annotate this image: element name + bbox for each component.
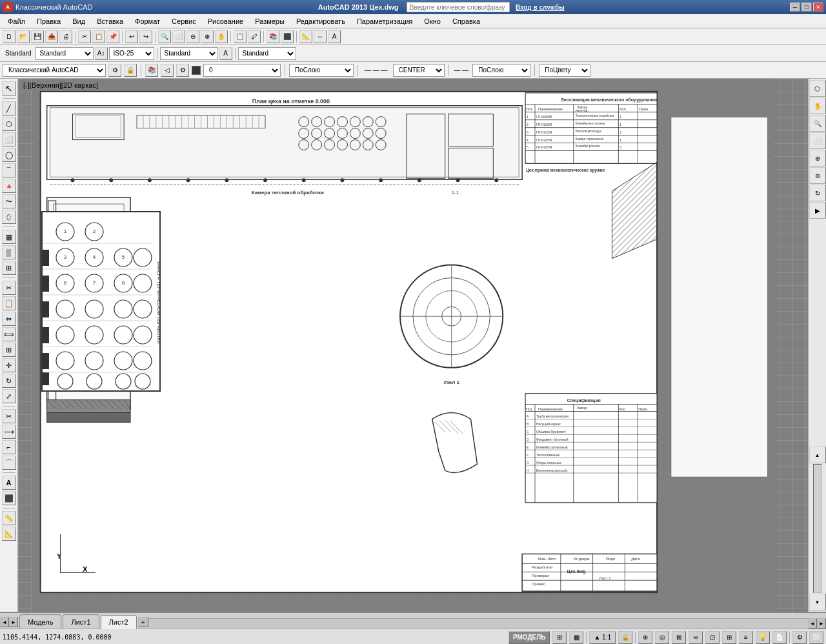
zoom-prev-r-btn[interactable]: ⊖ — [809, 167, 826, 184]
copy-obj-btn[interactable]: 📋 — [2, 296, 16, 310]
snap-toggle-btn[interactable]: ⊞ — [552, 631, 567, 644]
lock-btn[interactable]: 🔒 — [618, 631, 632, 644]
menu-parametric[interactable]: Параметризация — [352, 16, 418, 26]
scroll-down-btn[interactable]: ▼ — [809, 594, 826, 610]
rotate-btn[interactable]: ↻ — [2, 374, 16, 388]
polyline-btn[interactable]: ⬡ — [2, 117, 16, 131]
properties-btn[interactable]: 📋 — [234, 30, 247, 43]
pan-realtime-btn[interactable]: ✋ — [809, 97, 826, 114]
ortho-btn[interactable]: ⊕ — [638, 631, 652, 644]
showmotion-btn[interactable]: ▶ — [809, 202, 826, 219]
menu-view[interactable]: Вид — [67, 16, 90, 26]
layer-prev-btn[interactable]: ◁ — [161, 64, 174, 77]
ducs-btn[interactable]: ⊡ — [705, 631, 720, 644]
style2-btn[interactable]: A — [219, 47, 232, 60]
workspace-lock-btn[interactable]: 🔒 — [124, 64, 137, 77]
scroll-right-btn[interactable]: ► — [9, 617, 18, 627]
scroll-left-btn[interactable]: ◄ — [0, 617, 9, 627]
paper-model-btn[interactable]: 📄 — [772, 631, 787, 644]
hatch-btn[interactable]: ▦ — [2, 230, 16, 244]
menu-help[interactable]: Справка — [447, 16, 485, 26]
array-btn[interactable]: ⊞ — [2, 343, 16, 357]
close-button[interactable]: ✕ — [813, 3, 823, 12]
mirror-btn[interactable]: ⇔ — [2, 312, 16, 326]
standard-dropdown[interactable]: Standard — [238, 47, 296, 60]
minimize-button[interactable]: ─ — [790, 3, 800, 12]
insert-block-btn[interactable]: ⬛ — [2, 491, 16, 505]
canvas-area[interactable]: [-][Верхняя][2D каркас] 3 B Верх — [18, 79, 808, 612]
polygon-btn[interactable]: 🔺 — [2, 179, 16, 193]
zoom-prev-btn[interactable]: ⊖ — [186, 30, 199, 43]
grid-toggle-btn[interactable]: ▦ — [569, 631, 583, 644]
linetype-center-dropdown[interactable]: CENTER — [393, 64, 445, 77]
matchprop-btn[interactable]: 🖊 — [248, 30, 261, 43]
measure-btn[interactable]: 📐 — [299, 30, 312, 43]
app-icon[interactable]: A — [3, 2, 13, 12]
scale-btn[interactable]: ⤢ — [2, 389, 16, 403]
scroll-bottom-left[interactable]: ◄ — [808, 618, 817, 629]
tab-sheet2[interactable]: Лист2 — [101, 615, 137, 629]
lineweight-btn[interactable]: ≡ — [739, 631, 753, 644]
menu-dimensions[interactable]: Размеры — [250, 16, 290, 26]
move-btn[interactable]: ✛ — [2, 358, 16, 372]
gradient-btn[interactable]: ▒ — [2, 245, 16, 259]
menu-file[interactable]: Файл — [3, 16, 30, 26]
workspace-switch-btn[interactable]: ⚙ — [792, 631, 807, 644]
menu-edit[interactable]: Правка — [32, 16, 66, 26]
extend-btn[interactable]: ⟶ — [2, 425, 16, 439]
measure-dist-btn[interactable]: 📏 — [2, 511, 16, 525]
chamfer-btn[interactable]: ⌒ — [2, 456, 16, 470]
maximize-button[interactable]: □ — [801, 3, 812, 12]
ellipse-btn[interactable]: ⬯ — [2, 210, 16, 224]
bottom-scrollbar[interactable] — [148, 618, 808, 629]
spline-btn[interactable]: 〜 — [2, 194, 16, 208]
layer-state-btn[interactable]: ⚙ — [176, 64, 189, 77]
workspace-settings-btn[interactable]: ⚙ — [108, 64, 121, 77]
layer-dropdown[interactable]: 0 — [203, 64, 281, 77]
zoom-btn[interactable]: 🔍 — [158, 30, 171, 43]
scroll-up-btn[interactable]: ▲ — [809, 447, 826, 463]
tab-model[interactable]: Модель — [19, 614, 61, 629]
line-btn[interactable]: ╱ — [2, 101, 16, 116]
font-dropdown[interactable]: ISO-25 — [109, 47, 154, 60]
osnap-btn[interactable]: ⊠ — [672, 631, 686, 644]
erase-btn[interactable]: ✂ — [2, 281, 16, 295]
lineweight-dropdown[interactable]: ПоЦвету — [539, 64, 590, 77]
layer-manager-btn[interactable]: 📚 — [145, 64, 158, 77]
snap-mode-btn[interactable]: РМОДЕЛЬ — [509, 631, 550, 644]
rect-btn[interactable]: ⬜ — [2, 132, 16, 146]
table-btn[interactable]: ⊞ — [2, 261, 16, 275]
tab-add-btn[interactable]: + — [138, 617, 148, 627]
menu-service[interactable]: Сервис — [166, 16, 201, 26]
qprops-btn[interactable]: 💡 — [756, 631, 770, 644]
zoom-window-btn[interactable]: ⬜ — [172, 30, 185, 43]
tab-sheet1[interactable]: Лист1 — [63, 614, 99, 629]
viewcube-btn[interactable]: ⬡ — [809, 80, 826, 97]
linetype2-dropdown[interactable]: ПоСлою — [472, 64, 530, 77]
login-label[interactable]: Вход в службы — [516, 4, 565, 11]
fillet-btn[interactable]: ⌐ — [2, 440, 16, 454]
text-style-btn[interactable]: A↕ — [95, 47, 108, 60]
block-btn[interactable]: ⬛ — [281, 30, 294, 43]
clean-screen-btn[interactable]: ⬜ — [809, 631, 823, 644]
plot-btn[interactable]: 🖨 — [59, 30, 72, 43]
cut-btn[interactable]: ✂ — [78, 30, 91, 43]
measure-area-btn[interactable]: 📐 — [2, 527, 16, 541]
zoom-window-r-btn[interactable]: ⬜ — [809, 132, 826, 149]
pan-btn[interactable]: ✋ — [215, 30, 228, 43]
zoom-ext-btn[interactable]: ⊕ — [201, 30, 214, 43]
undo-btn[interactable]: ↩ — [125, 30, 138, 43]
menu-window[interactable]: Окно — [419, 16, 446, 26]
copy-btn[interactable]: 📋 — [92, 30, 105, 43]
text-style-dropdown[interactable]: Standard — [35, 47, 94, 60]
select-btn[interactable]: ↖ — [2, 81, 16, 96]
circle-btn[interactable]: ◯ — [2, 148, 16, 162]
orbit-btn[interactable]: ↻ — [809, 185, 826, 201]
menu-draw[interactable]: Рисование — [203, 16, 248, 26]
save-btn[interactable]: 💾 — [31, 30, 44, 43]
layer-btn[interactable]: 📚 — [267, 30, 279, 43]
open-file-btn[interactable]: 📂 — [17, 30, 30, 43]
text-mtext-btn[interactable]: A — [2, 476, 16, 490]
trim-btn[interactable]: ✂ — [2, 409, 16, 423]
new-file-btn[interactable]: 🗋 — [3, 30, 15, 43]
